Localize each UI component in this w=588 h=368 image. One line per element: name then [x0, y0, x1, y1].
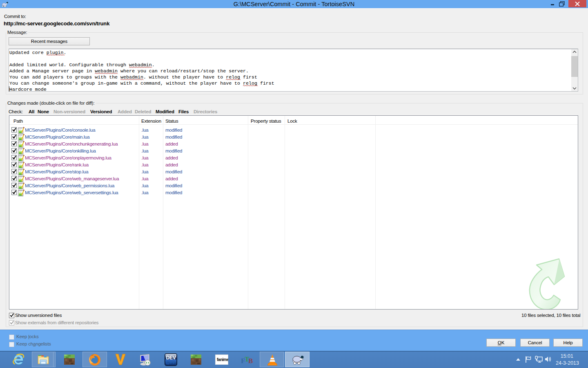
svg-text:B: B — [248, 357, 253, 365]
svg-text:C++: C++ — [166, 360, 175, 366]
svg-text:fanime: fanime — [217, 357, 228, 362]
